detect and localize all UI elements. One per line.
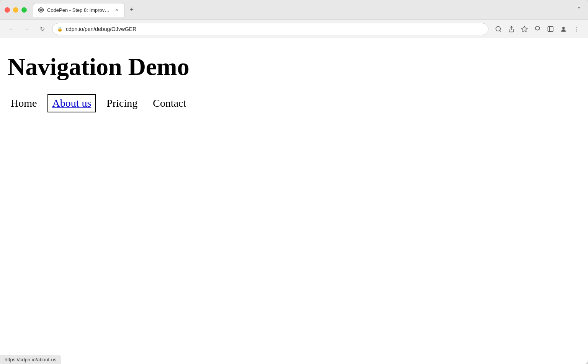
address-bar: ← → ↻ 🔒 cdpn.io/pen/debug/OJvwGER — [0, 20, 588, 38]
share-icon — [508, 26, 515, 32]
forward-icon: → — [24, 26, 30, 32]
page-content: Navigation Demo Home About us Pricing Co… — [0, 38, 588, 364]
maximize-window-button[interactable] — [21, 7, 27, 13]
back-button[interactable]: ← — [6, 24, 17, 34]
svg-point-3 — [496, 26, 500, 31]
extensions-icon — [534, 26, 541, 32]
browser-window: CodePen - Step 8: Improve foc × + ˅ ← → … — [0, 0, 588, 364]
codepen-icon — [38, 7, 44, 13]
url-bar[interactable]: 🔒 cdpn.io/pen/debug/OJvwGER — [52, 23, 488, 35]
profile-button[interactable] — [558, 24, 569, 34]
window-controls — [5, 7, 27, 13]
svg-point-10 — [562, 27, 565, 29]
title-bar: CodePen - Step 8: Improve foc × + ˅ — [0, 0, 588, 20]
svg-point-11 — [576, 26, 577, 27]
svg-point-12 — [576, 28, 577, 29]
bookmark-icon — [521, 26, 528, 32]
svg-point-13 — [576, 31, 577, 31]
active-tab[interactable]: CodePen - Step 8: Improve foc × — [33, 3, 125, 17]
nav-link-home[interactable]: Home — [8, 96, 40, 111]
nav-link-contact[interactable]: Contact — [150, 96, 189, 111]
minimize-window-button[interactable] — [13, 7, 18, 13]
search-button[interactable] — [493, 24, 504, 34]
page-title: Navigation Demo — [8, 54, 580, 80]
tab-title: CodePen - Step 8: Improve foc — [47, 7, 111, 13]
svg-rect-8 — [548, 26, 553, 32]
svg-marker-7 — [536, 26, 540, 30]
lock-icon: 🔒 — [57, 26, 63, 32]
back-icon: ← — [8, 26, 15, 32]
profile-icon — [560, 26, 567, 32]
svg-line-4 — [500, 30, 501, 31]
status-url: https://cdpn.io/about-us — [5, 357, 56, 362]
tab-close-button[interactable]: × — [114, 7, 120, 13]
nav-link-about[interactable]: About us — [49, 96, 94, 111]
menu-icon — [573, 26, 580, 32]
search-icon — [495, 26, 502, 32]
new-tab-button[interactable]: + — [126, 5, 137, 15]
menu-button[interactable] — [571, 24, 582, 34]
status-bar: https://cdpn.io/about-us — [0, 355, 61, 364]
tab-bar: CodePen - Step 8: Improve foc × + ˅ — [33, 3, 583, 17]
share-button[interactable] — [506, 24, 517, 34]
url-text: cdpn.io/pen/debug/OJvwGER — [66, 26, 483, 32]
nav-link-pricing[interactable]: Pricing — [103, 96, 140, 111]
bookmark-button[interactable] — [519, 24, 530, 34]
extensions-button[interactable] — [532, 24, 543, 34]
reload-icon: ↻ — [40, 25, 45, 32]
sidebar-icon — [547, 26, 554, 32]
close-window-button[interactable] — [5, 7, 10, 13]
reload-button[interactable]: ↻ — [37, 24, 47, 34]
main-navigation: Home About us Pricing Contact — [8, 96, 580, 111]
tab-dropdown-button[interactable]: ˅ — [574, 5, 583, 15]
toolbar-actions — [493, 24, 582, 34]
sidebar-button[interactable] — [545, 24, 556, 34]
svg-marker-6 — [522, 26, 528, 31]
forward-button[interactable]: → — [21, 24, 32, 34]
